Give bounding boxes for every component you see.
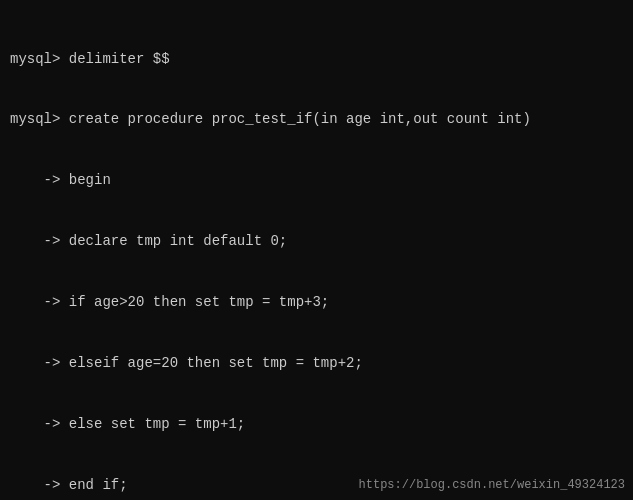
terminal-line-4: -> declare tmp int default 0; [10,231,623,251]
terminal-line-3: -> begin [10,170,623,190]
terminal-content: mysql> delimiter $$ mysql> create proced… [10,8,623,500]
terminal-line-5: -> if age>20 then set tmp = tmp+3; [10,292,623,312]
terminal-window: mysql> delimiter $$ mysql> create proced… [0,0,633,500]
terminal-line-1: mysql> delimiter $$ [10,49,623,69]
terminal-line-6: -> elseif age=20 then set tmp = tmp+2; [10,353,623,373]
watermark: https://blog.csdn.net/weixin_49324123 [359,478,625,492]
terminal-line-7: -> else set tmp = tmp+1; [10,414,623,434]
terminal-line-2: mysql> create procedure proc_test_if(in … [10,109,623,129]
